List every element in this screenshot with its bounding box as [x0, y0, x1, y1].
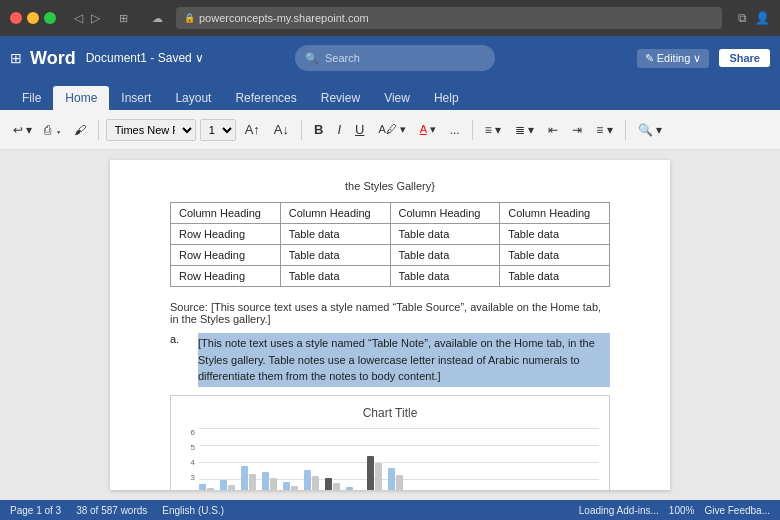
bar-group-5 — [283, 482, 298, 491]
bullets-button[interactable]: ≡ ▾ — [480, 120, 506, 140]
table-row: Row Heading Table data Table data Table … — [171, 245, 610, 266]
share-button[interactable]: Share — [719, 49, 770, 67]
search-bar[interactable]: 🔍 Search — [295, 45, 495, 71]
cell-1-3: Table data — [390, 224, 500, 245]
table-row: Row Heading Table data Table data Table … — [171, 266, 610, 287]
separator-3 — [472, 120, 473, 140]
document-table: Column Heading Column Heading Column Hea… — [170, 202, 610, 287]
more-formatting-button[interactable]: ... — [445, 120, 465, 140]
bar — [367, 456, 374, 491]
row-heading-1: Row Heading — [171, 224, 281, 245]
url-text: powerconcepts-my.sharepoint.com — [199, 12, 369, 24]
highlight-button[interactable]: A🖊 ▾ — [373, 120, 410, 139]
cell-3-2: Table data — [280, 266, 390, 287]
separator-4 — [625, 120, 626, 140]
cell-1-2: Table data — [280, 224, 390, 245]
y-label-3: 3 — [181, 473, 195, 482]
chart-container: Chart Title 6 5 4 3 2 — [170, 395, 610, 491]
y-label-2: 2 — [181, 489, 195, 491]
browser-nav-icons: ◁ ▷ — [74, 11, 100, 25]
search-placeholder: Search — [325, 52, 360, 64]
font-size-select[interactable]: 12 — [200, 119, 236, 141]
cell-2-4: Table data — [500, 245, 610, 266]
underline-button[interactable]: U — [350, 119, 369, 140]
bar — [346, 487, 353, 491]
bar — [262, 472, 269, 491]
redo-button[interactable]: ⎙ ▾ — [39, 120, 66, 140]
col-heading-2: Column Heading — [280, 203, 390, 224]
document-page: the Styles Gallery} Column Heading Colum… — [110, 160, 670, 490]
indent-decrease-button[interactable]: ⇤ — [543, 120, 563, 140]
bar-group-10 — [388, 468, 403, 491]
note-item: a. [This note text uses a style named “T… — [170, 333, 610, 387]
table-row: Row Heading Table data Table data Table … — [171, 224, 610, 245]
y-label-4: 4 — [181, 458, 195, 467]
search-icon: 🔍 — [305, 52, 319, 65]
tab-help[interactable]: Help — [422, 86, 471, 110]
bar-group-3 — [241, 466, 256, 491]
tab-view[interactable]: View — [372, 86, 422, 110]
tab-home[interactable]: Home — [53, 86, 109, 110]
font-color-button[interactable]: A ▾ — [415, 120, 441, 139]
format-painter-button[interactable]: 🖌 — [69, 120, 91, 140]
word-count: 38 of 587 words — [76, 505, 147, 516]
profile-icon[interactable]: 👤 — [755, 11, 770, 25]
waffle-icon[interactable]: ⊞ — [10, 50, 22, 66]
y-label-5: 5 — [181, 443, 195, 452]
lock-icon: 🔒 — [184, 13, 195, 23]
bold-button[interactable]: B — [309, 119, 328, 140]
indent-increase-button[interactable]: ⇥ — [567, 120, 587, 140]
close-button[interactable] — [10, 12, 22, 24]
numbering-button[interactable]: ≣ ▾ — [510, 120, 539, 140]
tab-review[interactable]: Review — [309, 86, 372, 110]
tab-file[interactable]: File — [10, 86, 53, 110]
tab-layout[interactable]: Layout — [163, 86, 223, 110]
bar-group-4 — [262, 472, 277, 491]
status-bar: Page 1 of 3 38 of 587 words English (U.S… — [0, 500, 780, 520]
tab-insert[interactable]: Insert — [109, 86, 163, 110]
browser-chrome: ◁ ▷ ⊞ ☁ 🔒 powerconcepts-my.sharepoint.co… — [0, 0, 780, 36]
styles-text: the Styles Gallery} — [170, 180, 610, 192]
source-text: Source: [This source text uses a style n… — [170, 301, 610, 325]
tab-references[interactable]: References — [223, 86, 308, 110]
col-heading-4: Column Heading — [500, 203, 610, 224]
undo-button[interactable]: ↩ ▾ — [8, 120, 37, 140]
bar — [354, 490, 361, 491]
editing-button[interactable]: ✎ Editing ∨ — [637, 49, 710, 68]
forward-icon[interactable]: ▷ — [91, 11, 100, 25]
italic-button[interactable]: I — [332, 119, 346, 140]
back-icon[interactable]: ◁ — [74, 11, 83, 25]
extensions-icon[interactable]: ⧉ — [738, 11, 747, 25]
document-area: the Styles Gallery} Column Heading Colum… — [0, 150, 780, 500]
cell-1-4: Table data — [500, 224, 610, 245]
decrease-font-button[interactable]: A↓ — [269, 119, 294, 140]
zoom-level: 100% — [669, 505, 695, 516]
separator-2 — [301, 120, 302, 140]
bar — [291, 486, 298, 491]
chart-bars — [199, 428, 599, 491]
row-heading-3: Row Heading — [171, 266, 281, 287]
align-button[interactable]: ≡ ▾ — [591, 120, 617, 140]
traffic-lights — [10, 12, 56, 24]
maximize-button[interactable] — [44, 12, 56, 24]
bar-group-6 — [304, 470, 319, 491]
bar — [228, 485, 235, 491]
note-label: a. — [170, 333, 190, 387]
bar-group-9 — [367, 456, 382, 491]
find-button[interactable]: 🔍 ▾ — [633, 120, 667, 140]
cell-2-3: Table data — [390, 245, 500, 266]
bar — [199, 484, 206, 491]
give-feedback[interactable]: Give Feedba... — [704, 505, 770, 516]
url-bar[interactable]: 🔒 powerconcepts-my.sharepoint.com — [176, 7, 722, 29]
font-family-select[interactable]: Times New Ro... — [106, 119, 196, 141]
bar — [325, 478, 332, 491]
minimize-button[interactable] — [27, 12, 39, 24]
undo-group: ↩ ▾ ⎙ ▾ 🖌 — [8, 120, 91, 140]
bar — [207, 488, 214, 491]
language: English (U.S.) — [162, 505, 224, 516]
bar — [249, 474, 256, 491]
increase-font-button[interactable]: A↑ — [240, 119, 265, 140]
bar — [312, 476, 319, 491]
doc-title: Document1 - Saved ∨ — [86, 51, 204, 65]
page-info: Page 1 of 3 — [10, 505, 61, 516]
